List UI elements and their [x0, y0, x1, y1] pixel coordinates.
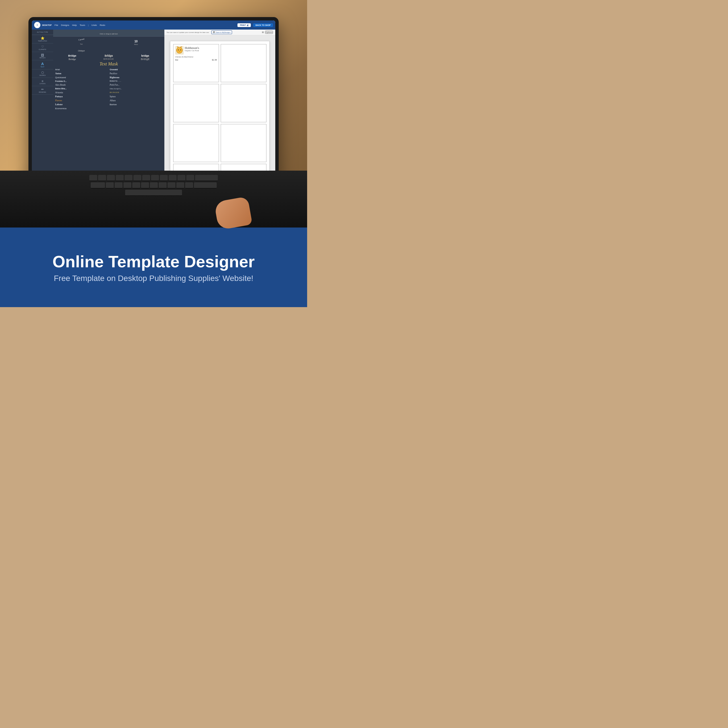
layers-icon: ≡: [41, 80, 43, 83]
nav-help[interactable]: Help: [72, 24, 77, 26]
hand-area: [216, 199, 250, 228]
bridge-style-shadow[interactable]: bridge: [127, 54, 163, 57]
spacebar-key[interactable]: [125, 190, 182, 196]
sidebar-item-shapes[interactable]: ⬡ SHAPES: [32, 69, 53, 78]
product-pricing: 3oz $1.99: [175, 59, 217, 61]
key: [194, 182, 217, 188]
font-item-pacifico[interactable]: Pacifico: [109, 72, 163, 75]
font-item-anton[interactable]: Anton: [54, 72, 109, 75]
font-item-economica[interactable]: Economica: [54, 107, 109, 110]
font-item-monoton[interactable]: MONOTO...: [109, 80, 163, 83]
font-item-pattaya[interactable]: Pattaya: [54, 95, 109, 98]
bottom-banner: Online Template Designer Free Template o…: [0, 228, 307, 307]
canvas-area[interactable]: Hobbeson's Organic Cat Food Chicken & Be…: [164, 35, 275, 191]
key: [125, 175, 133, 181]
sidebar-top: ALT FILE TYPE: [32, 29, 53, 35]
images-label: IMAGES: [40, 57, 46, 58]
font-item-righteous[interactable]: Righteous: [109, 76, 163, 80]
grid-view-icon[interactable]: ⊞: [262, 31, 264, 34]
label-cell-3[interactable]: [173, 84, 219, 122]
sidebar-item-cliparts[interactable]: ♡ CLIPARTS: [32, 43, 53, 52]
label-cell-featured[interactable]: Hobbeson's Organic Cat Food Chicken & Be…: [173, 44, 219, 82]
key: [150, 182, 158, 188]
sidebar-item-drawing[interactable]: ✏ DRAWING: [32, 86, 53, 95]
key: [195, 175, 218, 181]
font-item-barlow[interactable]: Barlow: [109, 102, 163, 106]
bridge-style-normal[interactable]: Bridge: [54, 54, 90, 57]
templates-label: TEMPLATES: [38, 40, 47, 42]
app-header: D DESKTOP File Designs Help Tours | Undo…: [32, 20, 275, 29]
save-to-mydesigns-button[interactable]: 💾 Save to MyDesigns: [211, 31, 232, 34]
text-mask-label: Text Mask: [99, 61, 118, 66]
nav-file[interactable]: File: [55, 24, 58, 26]
font-item-petit[interactable]: Petit For...: [109, 83, 163, 87]
brand-name: Hobbeson's: [185, 46, 217, 49]
bridge-style-caps[interactable]: BRIDGE: [91, 58, 127, 61]
laptop-screen: D DESKTOP File Designs Help Tours | Undo…: [32, 20, 275, 197]
label-cell-6[interactable]: [221, 124, 266, 162]
label-cell-2[interactable]: [221, 44, 266, 82]
printer-icon: 🖨: [246, 24, 249, 26]
number-preview: 10: [135, 40, 138, 43]
nav-designs[interactable]: Designs: [61, 24, 69, 26]
cliparts-icon: ♡: [41, 45, 44, 49]
font-item-baloo[interactable]: Baloo Bha...: [54, 87, 109, 90]
font-item-quicksand[interactable]: Quicksand: [54, 76, 109, 80]
sidebar-item-text[interactable]: A TEXT: [32, 60, 53, 69]
product-price: $1.99: [212, 59, 217, 61]
sidebar-item-layers[interactable]: ≡ LAYERS: [32, 78, 53, 86]
nav-undo[interactable]: Undo: [92, 24, 97, 26]
bridge-style-serif[interactable]: Bridge: [54, 58, 90, 61]
key: [185, 182, 193, 188]
svg-point-2: [178, 49, 179, 50]
number-label: Messi: [110, 43, 162, 45]
bridge-row-2: Bridge BRIDGE BriDgE: [54, 58, 163, 61]
hand-shape: [214, 196, 252, 230]
brand-subtitle: Organic Cat Food: [185, 49, 217, 52]
font-item-allura[interactable]: Allura: [109, 99, 163, 102]
font-panel-header: Click or drag to add text: [100, 33, 118, 35]
bridge-style-mixed[interactable]: BriDgE: [127, 58, 163, 61]
sidebar-item-templates[interactable]: ⭐ TEMPLATES: [32, 35, 53, 43]
font-item-lobster[interactable]: Lobster: [54, 102, 109, 106]
print-button[interactable]: PRINT 🖨: [237, 23, 251, 27]
bridge-style-outline[interactable]: Bridge: [91, 54, 127, 57]
drawing-label: DRAWING: [39, 91, 46, 93]
drawing-icon: ✏: [41, 87, 44, 91]
font-item-arizonia[interactable]: Arizonia: [54, 91, 109, 95]
font-item-arial[interactable]: Arial: [54, 68, 109, 71]
curved-text-label: Text: [80, 43, 83, 45]
save-label: Save to MyDesigns: [216, 32, 231, 33]
font-item-oswald[interactable]: Oswald: [109, 68, 163, 71]
font-item-alexbrush[interactable]: Alex Brush: [54, 83, 109, 87]
nav-tours[interactable]: Tours: [80, 24, 85, 26]
font-item-oleo[interactable]: Oleo Script S...: [109, 87, 163, 90]
label-cell-5[interactable]: [173, 124, 219, 162]
back-to-shop-button[interactable]: BACK TO SHOP: [253, 23, 273, 27]
font-item-bungee[interactable]: BUNGEE: [109, 91, 163, 95]
canvas-page: Hobbeson's Organic Cat Food Chicken & Be…: [170, 41, 270, 191]
svg-point-1: [176, 47, 182, 54]
font-item-spirax[interactable]: Spirax: [109, 95, 163, 98]
key-row-2: [17, 182, 290, 188]
key: [116, 175, 124, 181]
number-text-style[interactable]: 10 Messi: [109, 38, 163, 46]
bridge-styles: Bridge Bridge bridge Bridge BRIDGE BriDg…: [54, 54, 163, 61]
label-cell-4[interactable]: [221, 84, 266, 122]
text-styles-grid: Curved Text 10 Messi Oblique: [54, 38, 163, 53]
sidebar-item-images[interactable]: 🖼 IMAGES: [32, 52, 53, 60]
key: [89, 175, 97, 181]
key: [159, 182, 167, 188]
nav-redo[interactable]: Redo: [100, 24, 105, 26]
save-icon: 💾: [213, 31, 215, 33]
text-mask-preview[interactable]: Text Mask: [54, 61, 163, 67]
curved-text-style[interactable]: Curved Text: [54, 38, 109, 46]
brand-info: Hobbeson's Organic Cat Food: [185, 46, 217, 52]
font-item-fredoka[interactable]: Fredoka O...: [54, 80, 109, 83]
oblique-text-style[interactable]: Oblique: [54, 47, 109, 53]
font-item-flavors[interactable]: Flavors: [54, 99, 109, 102]
alt-file-type-label: ALT FILE TYPE: [33, 31, 52, 34]
key: [98, 175, 106, 181]
app-toolbar: You can save or update your current desi…: [164, 29, 275, 35]
options-button[interactable]: Options: [265, 31, 273, 34]
